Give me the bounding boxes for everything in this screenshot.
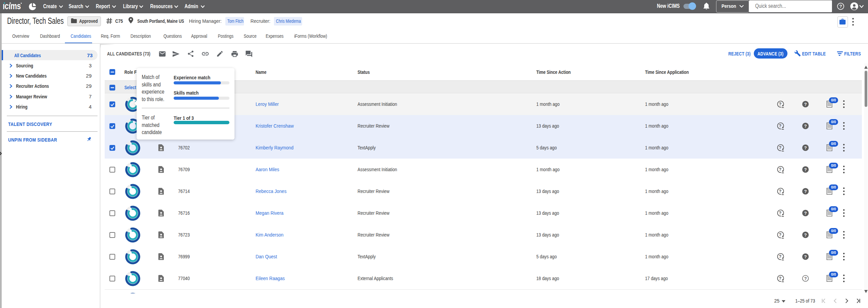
svg-text:?: ? bbox=[779, 254, 782, 259]
svg-text:?: ? bbox=[804, 102, 807, 107]
svg-text:?: ? bbox=[804, 211, 807, 216]
svg-text:?: ? bbox=[804, 145, 807, 150]
svg-text:?: ? bbox=[804, 232, 807, 238]
svg-text:?: ? bbox=[779, 123, 782, 128]
svg-text:?: ? bbox=[804, 167, 807, 172]
svg-text:?: ? bbox=[779, 189, 782, 194]
svg-text:?: ? bbox=[779, 167, 782, 172]
svg-text:?: ? bbox=[804, 254, 807, 259]
svg-text:?: ? bbox=[804, 276, 807, 281]
svg-text:?: ? bbox=[779, 101, 782, 107]
svg-text:?: ? bbox=[839, 4, 842, 9]
svg-text:?: ? bbox=[804, 189, 807, 194]
svg-text:?: ? bbox=[804, 124, 807, 129]
svg-text:?: ? bbox=[779, 145, 782, 150]
svg-text:?: ? bbox=[779, 210, 782, 215]
svg-text:?: ? bbox=[779, 276, 782, 281]
svg-text:?: ? bbox=[779, 232, 782, 237]
